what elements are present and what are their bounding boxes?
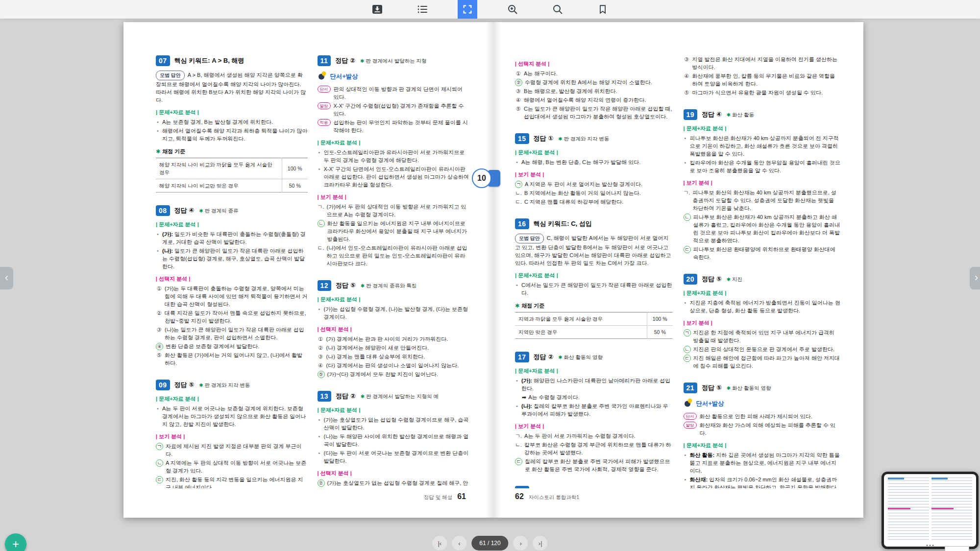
question-10-bookmark-tab[interactable]: 10 <box>472 168 500 188</box>
question-number-badge: 16 <box>515 218 529 229</box>
option-marker: ㄱ. <box>684 189 690 212</box>
option-text: 지진은 지층에 축적된 에너지가 방출되면서 진동이 일어나는 현상으로, 단층… <box>690 299 841 314</box>
option-text: (나) 경계는 맨틀 대류 상승부에 위치한다. <box>326 353 469 360</box>
option-marker: ㄴ. <box>515 441 522 456</box>
model-answer: 모범 답안A > B, 해령에서 생성된 해양 지각은 양쪽으로 확장되므로 해… <box>156 71 308 104</box>
analysis-section-label: | 보기 분석 | <box>515 422 673 430</box>
option-marker: • <box>318 416 321 431</box>
right-page-footer: 62 자이스토리 통합과학1 <box>515 492 579 501</box>
option-marker: • <box>684 476 687 488</box>
answer-option: •피나투보 화산은 화산재가 40 km 상공까지 분출되어 전 지구적으로 기… <box>684 134 841 158</box>
arrow-note: ➡A는 수렴형 경계이다. <box>522 393 673 401</box>
previous-page-button[interactable]: ‹ <box>452 536 466 551</box>
first-page-button[interactable]: |‹ <box>432 536 447 551</box>
answer-option: •A는 두 판이 서로 어긋나는 보존형 경계에 위치한다. 보존형 경계에서는… <box>156 405 308 428</box>
clue-idea-row: 발상X-X′ 구간에 수렴형(섭입형) 경계가 존재함을 추론할 수 있다. <box>318 102 469 118</box>
option-text: (가)는 두 대륙판이 충돌하는 수렴형 경계로, 양쪽에서 미는 힘에 의해 … <box>165 285 308 308</box>
question-number-badge: 13 <box>318 391 332 402</box>
option-marker: ④ <box>515 96 521 104</box>
fullscreen-icon[interactable] <box>458 0 477 19</box>
clue-idea-row: 발상화산재와 화산 가스에 의해 예상되는 피해를 추론할 수 있다. <box>684 421 841 437</box>
answer-option: ②(가)는 호상열도가 없는 섭입형 수렴형 경계로 칠레 해구, 안데스산맥이… <box>318 479 469 488</box>
answer-option: •(가)는 섭입형 수렴형 경계, (나)는 발산형 경계, (다)는 보존형 … <box>318 305 469 321</box>
next-page-button[interactable]: › <box>514 536 528 551</box>
answer-option: •A는 보존형 경계, B는 발산형 경계에 위치한다. <box>156 118 308 126</box>
option-marker: ② <box>156 309 162 325</box>
book-spread: 07핵심 키워드: A > B, 해령모범 답안A > B, 해령에서 생성된 … <box>123 22 863 518</box>
clue-idea-row: 적용섭입하는 판이 무엇인지 파악하는 것부터 문제 풀이를 시작해야 한다. <box>318 119 469 134</box>
model-answer-badge: 모범 답안 <box>515 234 544 243</box>
answer-label: 핵심 키워드: A > B, 해령 <box>174 57 245 64</box>
clue-text: 판의 상대적인 이동 방향과 판 경계의 단면이 제시되어 있다. <box>334 85 469 101</box>
clue-idea-box: 단서+발상단서화산 활동으로 인한 피해 사례가 제시되어 있다.발상화산재와 … <box>684 398 841 437</box>
zoom-in-icon[interactable] <box>503 0 522 19</box>
option-text: A는 해령, B는 변환 단층, C는 해구가 발달해 있다. <box>521 158 673 166</box>
question-title: 정답 ⑤✱판 경계와 지각 변동 <box>174 381 250 389</box>
criteria-cell: 해양 지각의 나이 비교만 맞은 경우 <box>156 179 282 192</box>
spread-thumbnail-preview[interactable] <box>882 472 979 549</box>
add-button[interactable]: + <box>5 533 26 551</box>
question-header: 16핵심 키워드: C, 섭입 <box>515 218 673 229</box>
option-text: 해령에서 멀어질수록 해양 지각과 최하층 퇴적물 나이가 많아지고, 퇴적물의… <box>162 127 308 143</box>
question-title: 핵심 키워드: C, 섭입 <box>534 220 592 228</box>
question-number-badge: 07 <box>156 55 170 66</box>
answer-option: ㄷ칠레의 칼부코 화산 분출로 주변 국가에서 피해가 발생했으므로 화산 활동… <box>515 457 673 473</box>
page-indicator[interactable]: 61 / 120 <box>471 536 508 551</box>
analysis-section-label: | 선택지 분석 | <box>515 60 673 68</box>
score-table: 해양 지각의 나이 비교와 까닭을 모두 옳게 서술한 경우100 %해양 지각… <box>156 158 308 192</box>
left-page-column-1: 07핵심 키워드: A > B, 해령모범 답안A > B, 해령에서 생성된 … <box>156 55 308 488</box>
option-marker: • <box>684 299 687 314</box>
answer-option: ①(가)는 두 대륙판이 충돌하는 수렴형 경계로, 양쪽에서 미는 힘에 의해… <box>156 285 308 308</box>
option-text: C는 밀도가 큰 해양판이 밀도가 작은 해양판 아래로 섭입할 때, 섭입대에… <box>524 105 673 120</box>
correct-answer-marker: ㄴ <box>318 220 325 227</box>
option-text: 마그마가 식으면서 유용한 광물 자원이 생성될 수 있다. <box>692 89 841 96</box>
last-page-button[interactable]: ›| <box>533 536 548 551</box>
answer-label: 정답 ④ <box>174 207 195 214</box>
right-page-column-2: ③지열 발전은 화산 지대에서 지열을 이용하여 전기를 생산하는 방식이다.④… <box>684 55 841 488</box>
option-marker: • <box>156 247 160 270</box>
correct-answer-marker: ㄷ <box>156 476 163 483</box>
criteria-cell: 해양 지각의 나이 비교와 까닭을 모두 옳게 서술한 경우 <box>156 158 282 179</box>
question-number-badge: 12 <box>318 280 332 291</box>
answer-option: ⑤마그마가 식으면서 유용한 광물 자원이 생성될 수 있다. <box>684 89 841 96</box>
clue-idea-box: 단서+발상단서판의 상대적인 이동 방향과 판 경계의 단면이 제시되어 있다.… <box>318 71 469 134</box>
option-marker: • <box>515 402 519 418</box>
outline-list-icon[interactable] <box>413 0 432 19</box>
option-marker: ③ <box>515 87 521 95</box>
analysis-section-label: | 문제+자료 분석 | <box>156 108 308 116</box>
answer-option: ㄴ피나투보 화산은 화산재가 40 km 상공까지 분출하고 화산 쇄설류가 흘… <box>684 213 841 244</box>
page-number: 62 <box>515 492 524 501</box>
option-text: A 지역에는 두 판의 상대적 이동 방향이 서로 어긋나는 보존형 경계가 있… <box>166 459 308 475</box>
clue-text: X-X′ 구간에 수렴형(섭입형) 경계가 존재함을 추론할 수 있다. <box>334 102 469 118</box>
score-table-row: 지역만 맞은 경우50 % <box>515 326 673 339</box>
correct-answer-marker: ㄷ <box>684 355 691 362</box>
clue-tag-badge: 적용 <box>318 119 331 126</box>
correct-answer-marker: ② <box>515 79 522 86</box>
next-spread-arrow[interactable]: › <box>970 267 980 289</box>
topic-label: 지진 <box>732 276 742 282</box>
option-text: C에서는 밀도가 큰 해양판이 밀도가 작은 대륙판 아래로 섭입한다. <box>521 281 673 297</box>
score-table: 지역과 까닭을 모두 옳게 서술한 경우100 %지역만 맞은 경우50 % <box>515 312 673 339</box>
percentage-cell: 100 % <box>647 312 673 326</box>
page-navigation-bar: |‹ ‹ 61 / 120 › ›| <box>432 535 547 551</box>
question-header: 13정답 ②✱판 경계에서 발달하는 지형의 예 <box>318 391 469 402</box>
question-number-badge: 11 <box>318 55 331 66</box>
option-marker: ㄴ. <box>515 189 522 197</box>
bookmark-icon[interactable] <box>593 0 612 19</box>
option-text: 화산재: 입자의 크기가 0.06~2 mm인 화산 쇄설물로, 성층권까지 올… <box>690 476 841 488</box>
answer-option: ⑤(가)~(다) 경계에서 모두 천발 지진이 일어난다. <box>318 370 469 378</box>
option-text: (가): 밀도가 비슷한 두 대륙판이 충돌하는 수렴형(충돌형) 경계로, 거… <box>162 230 308 246</box>
option-text: A는 보존형 경계, B는 발산형 경계에 위치한다. <box>162 118 308 126</box>
percentage-cell: 50 % <box>282 179 308 192</box>
clue-text: 화산 활동으로 인한 피해 사례가 제시되어 있다. <box>700 412 812 420</box>
option-text: A 지역은 두 판이 서로 멀어지는 발산형 경계이다. <box>525 180 673 188</box>
download-icon[interactable] <box>368 0 387 19</box>
previous-spread-arrow[interactable]: ‹ <box>0 267 13 289</box>
question-title: 정답 ②✱판 경계에서 발달하는 지형의 예 <box>336 392 439 401</box>
answer-option: •화산 활동: 지하 깊은 곳에서 생성된 마그마가 지각의 약한 틈을 뚫고 … <box>684 451 841 475</box>
option-marker: • <box>156 405 160 428</box>
model-answer: 모범 답안C, 해령이 발달한 A에서는 두 해양판이 서로 멀어지고 있고, … <box>515 234 673 267</box>
grading-criteria-label: ✱채점 기준 <box>156 147 308 155</box>
search-icon[interactable] <box>548 0 567 19</box>
answer-option: ④변환 단층은 보존형 경계에서 발달한다. <box>156 342 308 350</box>
